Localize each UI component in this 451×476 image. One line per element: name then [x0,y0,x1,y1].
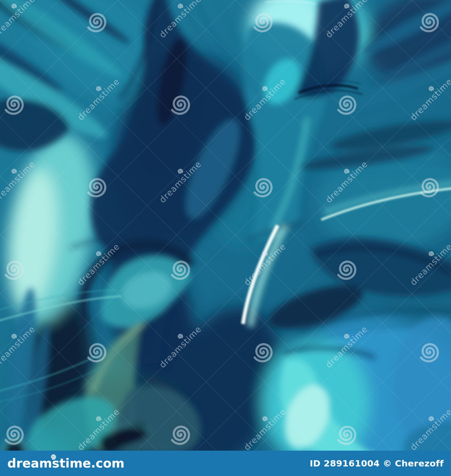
stock-photo-preview[interactable]: dreamstimedreamstimedreamstimedreamstime… [0,0,451,476]
credit-text: ID 289161004 © Cherezoff [310,458,444,468]
brand-logo: dreamstime.com [7,451,124,476]
abstract-fluid-artwork: dreamstimedreamstimedreamstimedreamstime… [0,0,451,451]
watermark-lattice-lines [0,0,451,451]
footer-bar: dreamstime.com ID 289161004 © Cherezoff [0,451,451,476]
dreamstime-spiral-icon [50,453,57,460]
watermark-overlay: dreamstimedreamstimedreamstimedreamstime… [0,0,451,451]
brand-text: dreamstime.com [7,456,124,470]
